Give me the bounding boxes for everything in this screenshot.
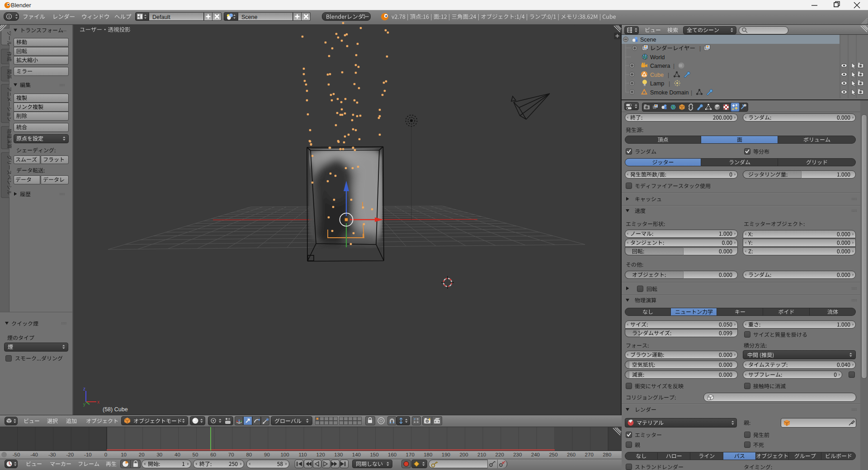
svg-text:200: 200 bbox=[459, 452, 468, 457]
svg-text:|: | bbox=[691, 89, 692, 96]
svg-text:-30: -30 bbox=[48, 452, 56, 457]
svg-text:Blender: Blender bbox=[11, 2, 31, 9]
svg-text:280: 280 bbox=[603, 452, 611, 457]
svg-text:Scene: Scene bbox=[640, 37, 656, 43]
svg-text:270: 270 bbox=[585, 452, 594, 457]
svg-text:World: World bbox=[650, 54, 665, 61]
svg-text:110: 110 bbox=[298, 452, 307, 457]
svg-text:(58) Cube: (58) Cube bbox=[103, 406, 128, 413]
svg-text:80: 80 bbox=[246, 452, 252, 457]
svg-text:100: 100 bbox=[280, 452, 289, 457]
svg-text:230: 230 bbox=[513, 452, 522, 457]
svg-text:Smoke Domain: Smoke Domain bbox=[650, 89, 689, 96]
svg-text:90: 90 bbox=[264, 452, 270, 457]
svg-text:70: 70 bbox=[228, 452, 234, 457]
svg-text:170: 170 bbox=[406, 452, 415, 457]
svg-text:|: | bbox=[673, 63, 675, 69]
svg-text:160: 160 bbox=[388, 452, 396, 457]
svg-text:250: 250 bbox=[549, 452, 557, 457]
svg-text:x: x bbox=[97, 400, 99, 404]
svg-text:190: 190 bbox=[442, 452, 450, 457]
svg-text:Lamp: Lamp bbox=[650, 80, 664, 87]
svg-text:|: | bbox=[669, 80, 670, 87]
svg-text:|: | bbox=[668, 72, 669, 78]
svg-text:0: 0 bbox=[104, 452, 107, 457]
svg-text:240: 240 bbox=[531, 452, 540, 457]
svg-text:40: 40 bbox=[175, 452, 180, 457]
svg-text:50: 50 bbox=[193, 452, 198, 457]
svg-text:120: 120 bbox=[316, 452, 325, 457]
svg-text:20: 20 bbox=[139, 452, 145, 457]
svg-text:210: 210 bbox=[477, 452, 486, 457]
svg-text:z: z bbox=[83, 386, 85, 391]
svg-text:260: 260 bbox=[567, 452, 576, 457]
svg-text:150: 150 bbox=[370, 452, 378, 457]
svg-text:30: 30 bbox=[156, 452, 162, 457]
svg-text:140: 140 bbox=[352, 452, 361, 457]
svg-text:180: 180 bbox=[424, 452, 432, 457]
svg-text:130: 130 bbox=[334, 452, 343, 457]
svg-text:Scene: Scene bbox=[241, 14, 257, 20]
svg-text:Cube: Cube bbox=[650, 72, 664, 78]
svg-text:-40: -40 bbox=[30, 452, 38, 457]
svg-text:60: 60 bbox=[210, 452, 216, 457]
svg-text:-10: -10 bbox=[84, 452, 92, 457]
svg-text:y: y bbox=[83, 402, 85, 407]
svg-text:|: | bbox=[699, 45, 701, 52]
svg-text:Camera: Camera bbox=[650, 63, 670, 69]
svg-text:220: 220 bbox=[495, 452, 504, 457]
svg-text:-20: -20 bbox=[66, 452, 74, 457]
svg-text:Default: Default bbox=[152, 14, 170, 20]
svg-text:10: 10 bbox=[121, 452, 127, 457]
svg-text:-50: -50 bbox=[13, 452, 20, 457]
